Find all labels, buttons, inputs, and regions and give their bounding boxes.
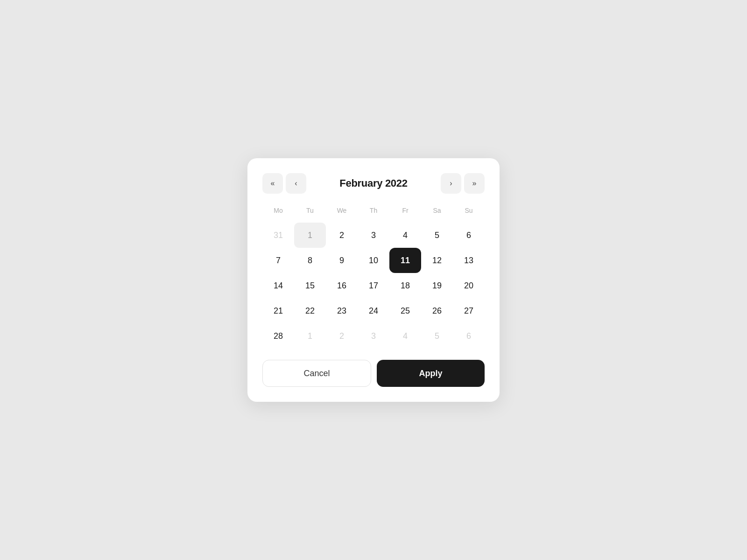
day-header-mo: Mo xyxy=(262,207,294,223)
cancel-button[interactable]: Cancel xyxy=(262,360,371,387)
day-cell[interactable]: 1 xyxy=(294,223,326,248)
prev-nav-group: « ‹ xyxy=(262,173,306,194)
day-header-sa: Sa xyxy=(421,207,453,223)
day-cell[interactable]: 20 xyxy=(453,273,485,298)
day-cell[interactable]: 13 xyxy=(453,248,485,273)
day-cell: 4 xyxy=(389,323,421,349)
day-cell[interactable]: 10 xyxy=(358,248,389,273)
day-header-fr: Fr xyxy=(389,207,421,223)
day-header-th: Th xyxy=(358,207,389,223)
day-cell[interactable]: 11 xyxy=(389,248,421,273)
day-cell[interactable]: 19 xyxy=(421,273,453,298)
day-cell: 3 xyxy=(358,323,389,349)
prev-month-button[interactable]: ‹ xyxy=(286,173,306,194)
day-cell[interactable]: 23 xyxy=(326,298,358,323)
day-cell[interactable]: 25 xyxy=(389,298,421,323)
day-cell[interactable]: 17 xyxy=(358,273,389,298)
day-cell[interactable]: 5 xyxy=(421,223,453,248)
day-cell: 6 xyxy=(453,323,485,349)
day-cell[interactable]: 22 xyxy=(294,298,326,323)
day-cell[interactable]: 3 xyxy=(358,223,389,248)
calendar-header: « ‹ February 2022 › » xyxy=(262,173,485,194)
day-cell: 1 xyxy=(294,323,326,349)
day-cell[interactable]: 18 xyxy=(389,273,421,298)
day-header-tu: Tu xyxy=(294,207,326,223)
day-cell[interactable]: 12 xyxy=(421,248,453,273)
day-cell[interactable]: 8 xyxy=(294,248,326,273)
day-cell: 5 xyxy=(421,323,453,349)
day-cell[interactable]: 21 xyxy=(262,298,294,323)
day-cell[interactable]: 28 xyxy=(262,323,294,349)
footer-buttons: Cancel Apply xyxy=(262,360,485,387)
day-cell[interactable]: 14 xyxy=(262,273,294,298)
next-nav-group: › » xyxy=(441,173,485,194)
day-cell[interactable]: 4 xyxy=(389,223,421,248)
calendar-card: « ‹ February 2022 › » MoTuWeThFrSaSu3112… xyxy=(247,158,500,402)
day-cell[interactable]: 9 xyxy=(326,248,358,273)
month-title: February 2022 xyxy=(339,177,407,189)
next-month-button[interactable]: › xyxy=(441,173,461,194)
day-cell[interactable]: 7 xyxy=(262,248,294,273)
day-cell[interactable]: 26 xyxy=(421,298,453,323)
day-cell: 2 xyxy=(326,323,358,349)
next-year-button[interactable]: » xyxy=(464,173,485,194)
day-cell[interactable]: 16 xyxy=(326,273,358,298)
day-cell: 31 xyxy=(262,223,294,248)
day-header-we: We xyxy=(326,207,358,223)
day-cell[interactable]: 6 xyxy=(453,223,485,248)
day-header-su: Su xyxy=(453,207,485,223)
day-cell[interactable]: 27 xyxy=(453,298,485,323)
apply-button[interactable]: Apply xyxy=(377,360,485,387)
day-cell[interactable]: 2 xyxy=(326,223,358,248)
prev-year-button[interactable]: « xyxy=(262,173,283,194)
day-cell[interactable]: 24 xyxy=(358,298,389,323)
calendar-grid: MoTuWeThFrSaSu31123456789101112131415161… xyxy=(262,207,485,349)
day-cell[interactable]: 15 xyxy=(294,273,326,298)
